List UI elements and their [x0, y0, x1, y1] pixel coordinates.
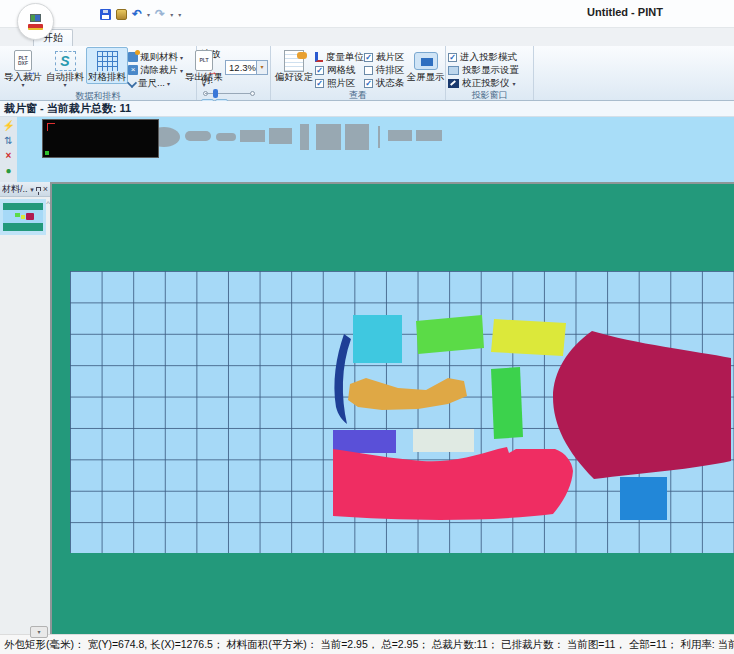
- piece-thumbnail[interactable]: [345, 124, 369, 150]
- redo-dropdown-icon[interactable]: ▾: [170, 11, 173, 18]
- macro-icon[interactable]: [116, 9, 127, 20]
- piece-purple-rect[interactable]: [333, 430, 396, 453]
- piece-thumbnail[interactable]: [300, 124, 309, 150]
- status-bar-checkbox[interactable]: ✓ 状态条: [364, 77, 405, 89]
- status-bar-checkbox-box[interactable]: ✓: [364, 79, 373, 88]
- panel-dropdown-icon[interactable]: ▾: [30, 185, 34, 194]
- piece-thumbnail[interactable]: [388, 130, 412, 141]
- pending-area-checkbox[interactable]: 待排区: [364, 64, 405, 76]
- photo-area-checkbox-box[interactable]: ✓: [315, 79, 324, 88]
- piece-thumbnail[interactable]: [216, 133, 236, 141]
- piece-thumbnail[interactable]: [269, 128, 292, 144]
- undo-icon[interactable]: ↶: [132, 8, 142, 20]
- sort-pieces-icon[interactable]: ⇅: [2, 134, 16, 148]
- calibrate-projector-icon: [448, 79, 459, 88]
- measure-icon: [127, 78, 137, 88]
- flash-nest-icon[interactable]: ⚡: [2, 119, 16, 133]
- refresh-icon[interactable]: ●: [2, 164, 16, 178]
- pending-area-checkbox-box[interactable]: [364, 66, 373, 75]
- piece-thumbnail[interactable]: [416, 130, 442, 141]
- panel-close-icon[interactable]: ×: [43, 185, 48, 194]
- rule-material-icon: [128, 52, 138, 62]
- grid-align-nest-button[interactable]: 对格排料: [86, 47, 128, 84]
- rule-material-label: 规则材料: [140, 51, 178, 64]
- photo-area-checkbox[interactable]: ✓ 照片区: [315, 77, 364, 89]
- redo-icon[interactable]: ↷: [155, 8, 165, 20]
- zoom-slider-max-icon[interactable]: [250, 91, 255, 96]
- save-icon[interactable]: [100, 9, 111, 20]
- pending-area-label: 待排区: [376, 64, 405, 77]
- piece-crimson-panel[interactable]: [553, 331, 731, 479]
- piece-green-rect[interactable]: [416, 315, 484, 354]
- auto-nest-dropdown-icon[interactable]: ▾: [63, 82, 66, 88]
- nesting-canvas[interactable]: [50, 182, 734, 634]
- gridline-checkbox[interactable]: ✓ 网格线: [315, 64, 364, 76]
- clear-pieces-icon: ×: [128, 65, 138, 75]
- fullscreen-button[interactable]: 全屏显示: [405, 47, 447, 84]
- piece-thumbnail-selected[interactable]: [42, 119, 159, 158]
- status-text: 外包矩形(毫米)： 宽(Y)=674.8, 长(X)=1276.5； 材料面积(…: [4, 638, 734, 650]
- rule-material-button[interactable]: 规则材料 ▾: [128, 51, 183, 63]
- pin-icon[interactable]: [36, 187, 41, 191]
- app-menu-button[interactable]: [17, 3, 54, 40]
- piece-thumbnail[interactable]: [316, 124, 341, 150]
- zoom-slider[interactable]: [203, 89, 255, 98]
- auto-nest-button[interactable]: S 自动排料 ▾: [44, 47, 86, 90]
- group-data-nesting: PLT DXF → 导入裁片 ▾ S 自动排料 ▾ 对格排料: [0, 46, 197, 100]
- piece-area-checkbox[interactable]: ✓ 裁片区: [364, 51, 405, 63]
- piece-cyan-rect[interactable]: [353, 315, 402, 363]
- auto-nest-icon-wrap: S: [55, 49, 76, 72]
- quick-access-toolbar: ↶ ▾ ↷ ▾ ▾: [100, 6, 181, 22]
- piece-green-vertical-rect[interactable]: [491, 367, 523, 439]
- preferences-button[interactable]: 偏好设定: [273, 47, 315, 84]
- measure-button[interactable]: 量尺... ▾: [128, 77, 183, 89]
- projection-mode-checkbox-box[interactable]: ✓: [448, 53, 457, 62]
- group-projection: ✓ 进入投影模式 投影显示设置 校正投影仪 ▾ 投影窗口: [446, 46, 534, 100]
- calibrate-projector-label: 校正投影仪: [462, 77, 510, 90]
- pattern-pieces-layer: [50, 182, 734, 634]
- grid-icon: [97, 51, 118, 71]
- import-arrow-icon: →: [26, 69, 37, 74]
- window-title: Untitled - PINT: [545, 6, 705, 18]
- import-pieces-button[interactable]: PLT DXF → 导入裁片 ▾: [2, 47, 44, 90]
- unit-button[interactable]: 度量单位: [315, 51, 364, 63]
- view-options-col2: ✓ 裁片区 待排区 ✓ 状态条: [364, 47, 405, 89]
- auto-nest-icon: S: [55, 51, 76, 71]
- group-view-content: 偏好设定 度量单位 ✓ 网格线 ✓ 照片区 ✓ 裁片区: [271, 46, 445, 89]
- plt-document-icon: PLT →: [195, 50, 213, 71]
- delete-piece-icon[interactable]: ×: [2, 149, 16, 163]
- calibrate-projector-button[interactable]: 校正投影仪 ▾: [448, 77, 519, 89]
- projection-display-settings-button[interactable]: 投影显示设置: [448, 64, 519, 76]
- undo-dropdown-icon[interactable]: ▾: [147, 11, 150, 18]
- zoom-ratio-combobox[interactable]: 12.3% ▾: [225, 60, 268, 75]
- crosshair-icon: [47, 123, 55, 131]
- group-data-content: PLT DXF → 导入裁片 ▾ S 自动排料 ▾ 对格排料: [0, 46, 196, 90]
- zoom-slider-thumb[interactable]: [213, 89, 218, 98]
- piece-pink-panel[interactable]: [333, 447, 573, 520]
- projection-mode-checkbox[interactable]: ✓ 进入投影模式: [448, 51, 519, 63]
- piece-blue-square[interactable]: [620, 477, 667, 520]
- import-dropdown-icon[interactable]: ▾: [21, 82, 24, 88]
- material-list-item[interactable]: [0, 199, 46, 235]
- grid-align-icon-wrap: [97, 49, 118, 72]
- thumbnail-divider: [378, 126, 380, 148]
- piece-yellow-rect[interactable]: [491, 319, 566, 356]
- projection-mode-label: 进入投影模式: [460, 51, 517, 64]
- gridline-checkbox-box[interactable]: ✓: [315, 66, 324, 75]
- piece-thumbnail[interactable]: [185, 131, 211, 141]
- zoom-combo-dropdown-icon[interactable]: ▾: [256, 61, 267, 74]
- collapse-panel-button[interactable]: ▾: [30, 626, 48, 638]
- preferences-label: 偏好设定: [275, 72, 313, 82]
- fullscreen-icon: [414, 52, 438, 70]
- piece-navy-strip[interactable]: [334, 334, 351, 424]
- ribbon: PLT DXF → 导入裁片 ▾ S 自动排料 ▾ 对格排料: [0, 46, 734, 101]
- ribbon-empty-space: [534, 46, 734, 100]
- measure-dropdown-icon: ▾: [167, 80, 170, 87]
- preferences-icon: [284, 50, 304, 72]
- piece-thumbnail[interactable]: [240, 130, 265, 142]
- qat-more-icon[interactable]: ▾: [178, 11, 181, 18]
- clear-pieces-button[interactable]: × 清除裁片 ▾: [128, 64, 183, 76]
- piece-white-rect[interactable]: [413, 429, 474, 452]
- piece-area-checkbox-box[interactable]: ✓: [364, 53, 373, 62]
- piece-orange-band[interactable]: [348, 378, 467, 410]
